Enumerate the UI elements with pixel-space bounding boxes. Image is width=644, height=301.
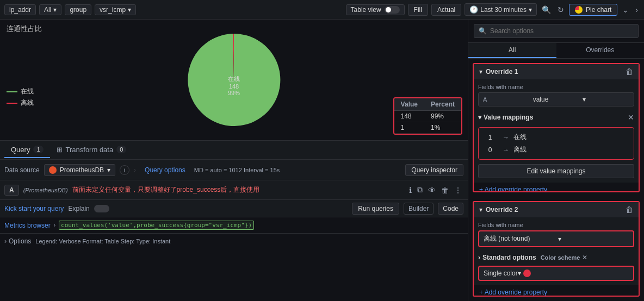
- value-mappings-table: 1 → 在线 0 → 离线: [478, 127, 634, 160]
- override2-delete-button[interactable]: 🗑: [626, 205, 633, 214]
- query-hide-btn[interactable]: 👁: [426, 184, 437, 196]
- chevron-right-icon: ›: [4, 237, 7, 245]
- mapping2-label: 离线: [513, 145, 630, 154]
- chevron-standard-icon: ›: [478, 254, 480, 261]
- color-scheme-value: Single color: [484, 269, 518, 277]
- datasource-name: PrometheusDB: [60, 166, 104, 174]
- standard-options-close-button[interactable]: ✕: [582, 254, 587, 261]
- edit-mappings-button[interactable]: Edit value mappings: [478, 164, 634, 178]
- chevron-down-icon-f2: ▾: [558, 235, 629, 243]
- pie-chart-button[interactable]: Pie chart: [569, 4, 617, 16]
- query-bar: Data source PrometheusDB ▾ i › Query opt…: [0, 160, 468, 180]
- clock-icon: 🕐: [469, 5, 478, 14]
- text-icon: A: [483, 96, 530, 103]
- mapping-row-1: 1 → 在线: [482, 131, 630, 143]
- search-options-input[interactable]: [490, 27, 634, 35]
- query-text-highlight: count_values('value',probe_success{group…: [59, 222, 254, 229]
- more-button[interactable]: ›: [634, 4, 640, 16]
- override2-field-select[interactable]: 离线 (not found) ▾: [478, 230, 634, 247]
- query-editor-header: A (PrometheusDB) 前面未定义任何变量，只要调整好了probe_s…: [0, 180, 468, 200]
- filter-ip-badge[interactable]: ip_addr: [4, 4, 36, 15]
- pie-center-label: 在线 148 99%: [228, 75, 240, 96]
- override2-header[interactable]: ▾ Override 2 🗑: [474, 202, 639, 217]
- filter-vsr-badge[interactable]: vsr_icmp ▾: [95, 4, 136, 15]
- legend-line-online: [7, 91, 17, 92]
- run-queries-button[interactable]: Run queries: [352, 203, 399, 215]
- info-button[interactable]: i: [120, 165, 129, 175]
- color-dot: [523, 269, 531, 277]
- chevron-down-icon-f1: ▾: [583, 96, 629, 103]
- search-options-header: 🔍: [468, 20, 644, 43]
- query-copy-btn[interactable]: ⧉: [416, 184, 424, 196]
- datasource-select[interactable]: PrometheusDB ▾: [44, 164, 115, 176]
- kickstart-button[interactable]: Kick start your query: [4, 205, 64, 212]
- pie-chart-icon: [575, 6, 583, 14]
- chevron-override1-icon: ▾: [479, 68, 482, 76]
- standard-options-header[interactable]: › Standard options Color scheme ✕: [478, 252, 634, 264]
- builder-button[interactable]: Builder: [404, 203, 434, 215]
- table-view-label: Table view: [351, 6, 381, 14]
- mapping2-arrow: →: [503, 146, 509, 154]
- query-more-btn[interactable]: ⋮: [453, 184, 463, 196]
- pie-percent-label: 99%: [228, 90, 240, 96]
- chart-legend: 在线 离线: [7, 87, 34, 108]
- metrics-browser-chevron: ›: [54, 222, 55, 228]
- explain-toggle[interactable]: [94, 205, 109, 212]
- query-options-button[interactable]: Query options: [140, 165, 190, 175]
- search-options-box[interactable]: 🔍: [474, 24, 639, 38]
- row2-percent: 1%: [424, 122, 461, 134]
- tab-transform[interactable]: ⊞ Transform data 0: [50, 142, 133, 158]
- value-mappings-header[interactable]: ▾ Value mappings ✕: [478, 111, 634, 124]
- override1-add-property-button[interactable]: + Add override property: [474, 183, 553, 192]
- chevron-mappings-icon: ▾: [478, 114, 481, 121]
- override2-add-property-button[interactable]: + Add override property: [474, 285, 553, 297]
- metrics-browser-link[interactable]: Metrics browser: [4, 222, 51, 229]
- tab-overrides[interactable]: Overrides: [556, 43, 645, 58]
- chart-panel: 连通性占比 在线 148 99% 在线: [0, 20, 468, 301]
- zoom-out-button[interactable]: 🔍: [540, 4, 553, 16]
- query-inspector-button[interactable]: Query inspector: [405, 164, 463, 176]
- filter-all-badge[interactable]: All ▾: [39, 4, 61, 15]
- actual-button[interactable]: Actual: [431, 4, 461, 16]
- filter-vsr-label: vsr_icmp: [100, 6, 126, 14]
- override1-section: ▾ Override 1 🗑 Fields with name A value …: [473, 63, 640, 192]
- filter-ip-label: ip_addr: [9, 6, 31, 14]
- filter-group-label: group: [70, 6, 86, 14]
- override1-field-select[interactable]: A value ▾: [478, 92, 634, 106]
- refresh-button[interactable]: ↻: [556, 4, 566, 16]
- options-toggle-button[interactable]: › Options: [4, 237, 31, 245]
- color-scheme-select[interactable]: Single color ▾: [478, 266, 634, 281]
- override1-body: Fields with name A value ▾ ▾ Value mappi…: [474, 79, 639, 183]
- query-annotation: 前面未定义任何变量，只要调整好了probe_success后，直接使用: [72, 185, 403, 195]
- tab-all[interactable]: All: [468, 43, 556, 58]
- time-picker[interactable]: 🕐 Last 30 minutes ▾: [465, 3, 537, 16]
- table-view-toggle-container: Table view: [346, 4, 405, 15]
- kickstart-row: Kick start your query Explain Run querie…: [0, 200, 468, 217]
- transform-icon: ⊞: [57, 146, 63, 154]
- legend-online-label: 在线: [21, 87, 34, 96]
- color-scheme-subtitle: Color scheme: [541, 254, 580, 261]
- options-label: Options: [9, 237, 31, 245]
- prometheus-icon: [49, 166, 57, 174]
- legend-item-online: 在线: [7, 87, 34, 96]
- chevron-down-icon-ds: ▾: [107, 166, 110, 174]
- table-view-toggle[interactable]: [385, 6, 400, 14]
- query-info-btn[interactable]: ℹ: [407, 184, 413, 196]
- override1-header[interactable]: ▾ Override 1 🗑: [474, 64, 639, 79]
- top-toolbar: ip_addr All ▾ group vsr_icmp ▾ Table vie…: [0, 0, 644, 20]
- tab-query[interactable]: Query 1: [4, 142, 50, 158]
- override2-title: Override 2: [486, 206, 622, 214]
- query-delete-btn[interactable]: 🗑: [439, 184, 450, 196]
- time-label: Last 30 minutes: [480, 6, 527, 14]
- override1-delete-button[interactable]: 🗑: [626, 67, 633, 76]
- code-button[interactable]: Code: [438, 203, 463, 215]
- legend-offline-label: 离线: [21, 98, 34, 108]
- pie-chart-label: Pie chart: [586, 6, 611, 14]
- fill-button[interactable]: Fill: [408, 4, 428, 16]
- data-table: Value Percent 148 99% 1 1%: [394, 98, 461, 134]
- value-mappings-close-button[interactable]: ✕: [628, 113, 634, 122]
- chart-area: 连通性占比 在线 148 99% 在线: [0, 20, 468, 140]
- query-expression[interactable]: count_values('value',probe_success{group…: [59, 221, 254, 230]
- query-editor: A (PrometheusDB) 前面未定义任何变量，只要调整好了probe_s…: [0, 180, 468, 301]
- expand-button[interactable]: ⌄: [621, 4, 630, 16]
